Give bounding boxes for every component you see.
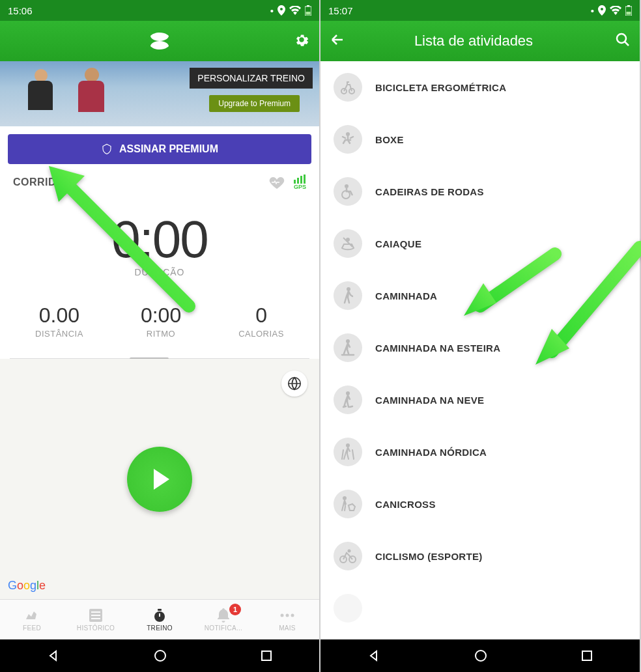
svg-rect-34 [582,651,591,660]
svg-rect-5 [91,611,100,613]
list-item[interactable]: CADEIRAS DE RODAS [320,165,640,217]
stat-pace: 0:00 RITMO [141,303,181,339]
status-time: 15:06 [8,5,33,16]
tab-more[interactable]: MAIS [255,600,319,639]
status-icons: • [270,5,311,16]
status-bar: 15:06 • [0,0,319,21]
stat-calories: 0 CALORIAS [238,303,284,339]
svg-rect-1 [307,5,309,7]
list-item[interactable]: CAMINHADA NA NEVE [320,374,640,426]
svg-point-11 [286,613,289,617]
treadmill-walk-icon [334,333,362,362]
globe-icon [287,376,302,391]
gps-indicator[interactable]: GPS [294,175,306,190]
nav-back-button[interactable] [47,649,60,662]
bell-icon [217,608,230,623]
tab-feed[interactable]: FEED [0,600,64,639]
premium-label: ASSINAR PREMIUM [119,143,218,155]
svg-point-12 [291,613,294,617]
nav-recent-button[interactable] [261,650,272,662]
more-icon [279,613,295,618]
nordic-walk-icon [334,438,362,466]
activity-list[interactable]: BICICLETA ERGOMÉTRICA BOXE CADEIRAS DE R… [320,61,640,639]
gps-label: GPS [294,184,306,190]
phone-left: 15:06 • PERSONALIZAR TREINO Upgrade to P… [0,0,319,672]
subscribe-premium-button[interactable]: ASSINAR PREMIUM [8,134,311,164]
list-item[interactable]: CAMINHADA NA ESTEIRA [320,322,640,374]
stopwatch-icon [152,608,167,623]
settings-button[interactable] [293,31,310,51]
nav-home-button[interactable] [474,649,487,662]
app-header [0,21,319,61]
activity-icon [334,594,362,623]
back-button[interactable] [330,32,345,50]
banner-image [0,61,150,126]
heart-rate-icon[interactable] [269,176,285,189]
list-item[interactable]: CAMINHADA NÓRDICA [320,426,640,478]
wheelchair-icon [334,177,362,206]
list-item[interactable]: CAMINHADA [320,270,640,322]
status-time: 15:07 [328,5,353,16]
gear-icon [293,31,310,48]
list-item[interactable]: CANICROSS [320,478,640,530]
stats-row: 0.00 DISTÂNCIA 0:00 RITMO 0 CALORIAS [0,284,319,352]
kayak-icon [334,229,362,258]
timer-label: DURAÇÃO [0,267,319,277]
activity-type-button[interactable]: CORRIDA [13,176,64,188]
history-icon [89,609,102,622]
cycling-icon [334,542,362,570]
svg-point-18 [617,34,626,43]
notification-badge: 1 [229,604,241,615]
wifi-icon [610,6,621,15]
activity-selector-row: CORRIDA GPS [0,172,319,190]
svg-point-32 [348,550,351,553]
list-item[interactable]: CICLISMO (ESPORTE) [320,530,640,582]
tab-workout[interactable]: TREINO [128,600,192,639]
android-nav-bar [0,639,319,672]
brand-logo-icon [145,33,174,49]
search-button[interactable] [615,32,631,50]
list-item[interactable]: BICICLETA ERGOMÉTRICA [320,61,640,113]
tab-notifications[interactable]: NOTIFICA... 1 [192,600,255,639]
tab-history[interactable]: HISTÓRICO [64,600,128,639]
timer-display: 0:00 DURAÇÃO [0,190,319,284]
app-header: Lista de atividades [320,21,640,61]
bottom-navigation: FEED HISTÓRICO TREINO NOTIFICA... 1 MAIS [0,599,319,639]
premium-badge-icon [101,143,113,155]
location-icon [278,5,285,16]
wifi-icon [289,6,301,15]
location-icon [598,5,606,16]
nav-recent-button[interactable] [581,650,593,662]
list-item[interactable]: BOXE [320,113,640,165]
banner-upgrade-button[interactable]: Upgrade to Premium [209,95,300,112]
svg-point-13 [155,651,165,661]
battery-icon [625,5,632,16]
canicross-icon [334,490,362,518]
nav-back-button[interactable] [367,649,380,662]
svg-rect-2 [306,12,311,15]
boxing-icon [334,125,362,154]
more-dot-icon: • [270,5,274,16]
map-layer-button[interactable] [281,371,307,397]
arrow-left-icon [330,32,345,48]
nav-home-button[interactable] [154,649,167,662]
status-bar: 15:07 • [320,0,640,21]
walk-icon [334,281,362,310]
svg-rect-17 [627,12,631,15]
map-area[interactable]: Google [0,359,319,599]
page-title: Lista de atividades [414,33,533,49]
search-icon [615,32,631,48]
svg-rect-14 [262,651,271,660]
svg-rect-16 [627,5,630,7]
battery-icon [305,5,311,16]
phone-right: 15:07 • Lista de atividades BICICLETA ER… [320,0,640,672]
play-icon [154,469,169,490]
map-attribution: Google [8,579,46,593]
feed-icon [23,609,40,622]
status-icons: • [591,5,632,16]
promo-banner[interactable]: PERSONALIZAR TREINO Upgrade to Premium [0,61,319,126]
start-workout-button[interactable] [127,447,192,512]
list-item[interactable] [320,582,640,634]
more-dot-icon: • [591,5,594,16]
list-item[interactable]: CAIAQUE [320,217,640,270]
